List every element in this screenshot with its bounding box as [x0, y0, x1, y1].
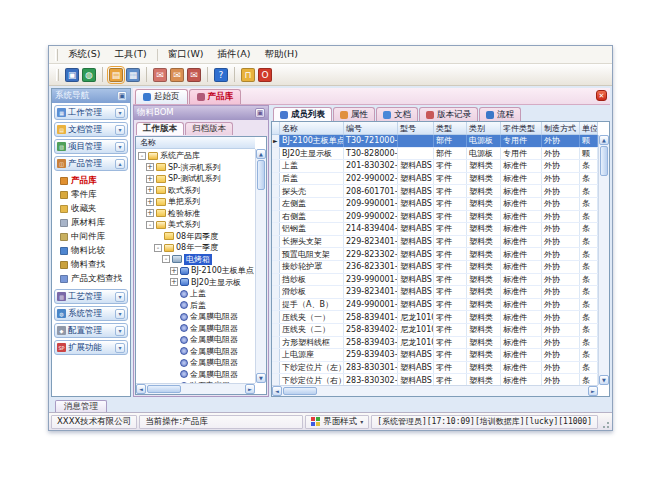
column-header-8[interactable]: 单位 — [580, 122, 598, 134]
mail-new-icon[interactable]: ✉ — [153, 68, 167, 82]
sidebar-item-intermediate-library[interactable]: 中间件库 — [60, 230, 128, 243]
tab-workflow[interactable]: 流程 — [479, 107, 521, 121]
expand-icon[interactable]: + — [146, 209, 154, 217]
bom-panel-button[interactable]: ▣ — [255, 108, 265, 118]
chevron-down-icon[interactable]: ▾ — [115, 125, 125, 135]
chevron-down-icon[interactable]: ▾ — [115, 326, 125, 336]
sidebar-group-document[interactable]: ▤文档管理▾ — [54, 122, 128, 137]
scroll-thumb[interactable] — [600, 146, 608, 176]
scroll-track[interactable] — [256, 191, 266, 373]
tab-properties[interactable]: 属性 — [333, 107, 375, 121]
scroll-left-icon[interactable]: ◄ — [136, 384, 146, 394]
tree-node[interactable]: 金属膜电阻器 — [136, 334, 254, 346]
mail-open-icon[interactable]: ✉ — [170, 68, 184, 82]
column-header-2[interactable]: 编号 — [344, 122, 398, 134]
menu-item-5[interactable]: 帮助(H) — [257, 47, 305, 62]
menu-item-2[interactable]: 工具(T) — [107, 47, 153, 62]
workspace-icon[interactable]: ▣ — [65, 68, 79, 82]
tab-version-history[interactable]: 版本记录 — [419, 107, 478, 121]
scroll-down-icon[interactable]: ▼ — [599, 375, 609, 385]
column-header-7[interactable]: 制造方式 — [542, 122, 580, 134]
sidebar-item-favorites[interactable]: 收藏夹 — [60, 202, 128, 215]
lock-icon[interactable]: ⊓ — [241, 68, 255, 82]
tree-node[interactable]: +BJ20主显示板 — [136, 277, 254, 289]
scroll-left-icon[interactable]: ◄ — [272, 386, 282, 396]
tree-node[interactable]: 金属膜电阻器 — [136, 323, 254, 335]
table-row[interactable]: 左侧盖209-990001-01E塑料ABS零件塑料类标准件外协条 — [272, 198, 598, 211]
tree-node[interactable]: +SP-演示机系列 — [136, 162, 254, 174]
sidebar-group-config[interactable]: ◆配置管理▾ — [54, 323, 128, 338]
sidebar-group-system[interactable]: ◍系统管理▾ — [54, 306, 128, 321]
tab-member-list[interactable]: 成员列表 — [273, 107, 332, 121]
column-header-3[interactable]: 型号 — [398, 122, 434, 134]
table-row[interactable]: 挡纱板239-990001-01E塑料ABS零件塑料类标准件外协条 — [272, 274, 598, 287]
tree-node[interactable]: +SP-测试机系列 — [136, 173, 254, 185]
tree-node[interactable]: +欧式系列 — [136, 185, 254, 197]
scroll-track[interactable] — [318, 386, 588, 396]
tree-node[interactable]: +BJ-2100主板单点 — [136, 265, 254, 277]
tree-node[interactable]: 金属膜电阻器 — [136, 369, 254, 381]
tree-column-header[interactable]: 名称 — [136, 137, 255, 149]
table-row[interactable]: 压线夹（一）258-839401-00E尼龙1010零件塑料类标准件外协条 — [272, 311, 598, 324]
chevron-down-icon[interactable]: ▾ — [115, 309, 125, 319]
table-row[interactable]: 提手（A、B）249-990001-01E塑料ABS零件塑料类标准件外协条 — [272, 299, 598, 312]
scroll-thumb[interactable] — [147, 385, 181, 393]
column-header-4[interactable]: 类型 — [434, 122, 467, 134]
chevron-up-icon[interactable]: ▴ — [115, 159, 125, 169]
expand-icon[interactable]: + — [170, 278, 178, 286]
scroll-right-icon[interactable]: ► — [245, 384, 255, 394]
sidebar-menu-button[interactable]: ▣ — [117, 91, 127, 101]
sidebar-group-project[interactable]: ▧项目管理▾ — [54, 139, 128, 154]
table-row[interactable]: 接纱轮护罩236-823301-00E塑料ABS零件塑料类标准件外协条 — [272, 261, 598, 274]
collapse-icon[interactable]: - — [138, 152, 146, 160]
table-row[interactable]: 铝钢盖214-839404-01E塑料ABS零件塑料类标准件外协条 — [272, 223, 598, 236]
menu-item-3[interactable]: 窗口(W) — [161, 47, 211, 62]
table-row[interactable]: BJ20主显示板T30-828000-04E部件电源板专用件外协颗 — [272, 148, 598, 161]
scroll-thumb[interactable] — [283, 387, 317, 395]
tab-start-page[interactable]: 起始页 — [135, 89, 188, 104]
table-row[interactable]: 长握头支架229-823401-00E塑料ABS零件塑料类标准件外协条 — [272, 236, 598, 249]
collapse-icon[interactable]: - — [162, 255, 170, 263]
tab-message-management[interactable]: 消息管理 — [55, 400, 107, 412]
table-row[interactable]: 滑纱板239-823401-00E塑料ABS零件塑料类标准件外协条 — [272, 286, 598, 299]
menu-item-4[interactable]: 插件(A) — [210, 47, 257, 62]
sidebar-group-process[interactable]: ▥工艺管理▾ — [54, 289, 128, 304]
scroll-down-icon[interactable]: ▼ — [256, 373, 266, 383]
scroll-up-icon[interactable]: ▲ — [256, 149, 266, 159]
table-row[interactable]: 方形塑料线框258-839403-00E尼龙1010零件塑料类标准件外协条 — [272, 337, 598, 350]
tree-node[interactable]: +单把系列 — [136, 196, 254, 208]
close-icon[interactable]: ✕ — [596, 90, 607, 101]
column-header-5[interactable]: 类别 — [467, 122, 501, 134]
chevron-down-icon[interactable]: ▾ — [115, 142, 125, 152]
expand-icon[interactable]: + — [146, 175, 154, 183]
table-row[interactable]: 上电源座259-839403-01E塑料ABS零件塑料类标准件外协条 — [272, 349, 598, 362]
sidebar-item-material-search[interactable]: 物料查找 — [60, 258, 128, 271]
chevron-down-icon[interactable]: ▾ — [115, 108, 125, 118]
table-row[interactable]: 压线夹（二）258-839402-00E尼龙1010零件塑料类标准件外协条 — [272, 324, 598, 337]
tree-node[interactable]: 金属膜电阻器 — [136, 311, 254, 323]
table-row[interactable]: 后盖202-990002-01E塑料ABS零件塑料类标准件外协条 — [272, 173, 598, 186]
tree-node[interactable]: +检验标准 — [136, 208, 254, 220]
expand-icon[interactable]: + — [146, 163, 154, 171]
sidebar-item-product-doc-search[interactable]: 产品文档查找 — [60, 272, 128, 285]
tree-node[interactable]: 上盖 — [136, 288, 254, 300]
scroll-track[interactable] — [599, 177, 609, 375]
collapse-icon[interactable]: - — [154, 244, 162, 252]
logout-icon[interactable]: O — [258, 68, 272, 82]
sidebar-item-parts-library[interactable]: 零件库 — [60, 188, 128, 201]
column-header-6[interactable]: 零件类型 — [501, 122, 542, 134]
table-row[interactable]: 探头壳208-601701-01E塑料ABS零件塑料类标准件外协条 — [272, 185, 598, 198]
sidebar-item-product-library[interactable]: 产品库 — [60, 174, 128, 187]
tree-node[interactable]: 金属膜电阻器 — [136, 357, 254, 369]
table-row[interactable]: 预置电阻支架229-823302-00E塑料ABS零件塑料类标准件外协条 — [272, 248, 598, 261]
vertical-scrollbar[interactable]: ▲▼ — [598, 135, 609, 385]
expand-icon[interactable]: + — [146, 198, 154, 206]
horizontal-scrollbar[interactable]: ◄► — [136, 383, 255, 394]
ui-style-selector[interactable]: 界面样式 ▾ — [305, 415, 369, 429]
tab-product-library[interactable]: 产品库 — [189, 89, 242, 104]
table-row[interactable]: ►BJ-2100主板单点T30-721000-12E部件电源板专用件外协颗 — [272, 135, 598, 148]
tree-node[interactable]: 08年四季度 — [136, 231, 254, 243]
tab-documents[interactable]: 文档 — [376, 107, 418, 121]
tab-archived-version[interactable]: 归档版本 — [185, 122, 233, 135]
vertical-scrollbar[interactable]: ▲▼ — [255, 149, 266, 383]
